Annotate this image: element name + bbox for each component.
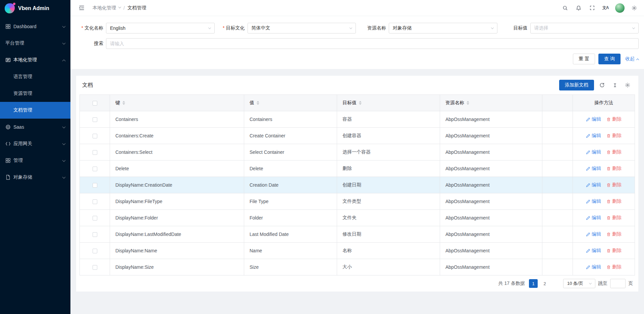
- chevron-down-icon: [632, 26, 635, 29]
- target-culture-select[interactable]: 简体中文: [248, 23, 356, 34]
- fullscreen-icon[interactable]: [586, 2, 598, 14]
- reset-button[interactable]: 重 置: [573, 54, 595, 64]
- cell-resource-name: AbpOssManagement: [440, 128, 542, 144]
- sidebar-item-object-storage[interactable]: 对象存储: [0, 169, 70, 186]
- sidebar-item-platform[interactable]: 平台管理: [0, 35, 70, 52]
- refresh-icon[interactable]: [597, 80, 607, 90]
- delete-link[interactable]: 删除: [606, 166, 622, 172]
- gear-icon[interactable]: [629, 2, 640, 14]
- target-value-label: 目标值: [500, 25, 530, 31]
- sidebar-item-saas[interactable]: Saas: [0, 119, 70, 135]
- edit-link[interactable]: 编辑: [586, 133, 601, 139]
- edit-link[interactable]: 编辑: [586, 198, 601, 204]
- sidebar-item-resource-management[interactable]: 资源管理: [0, 85, 70, 102]
- cell-resource-name: AbpOssManagement: [440, 177, 542, 193]
- edit-link[interactable]: 编辑: [586, 215, 601, 221]
- sidebar-item-label: 本地化管理: [13, 57, 60, 63]
- avatar[interactable]: [615, 3, 625, 13]
- cell-actions: 编辑 删除: [573, 226, 635, 243]
- sidebar-item-dashboard[interactable]: Dashboard: [0, 18, 70, 35]
- delete-link[interactable]: 删除: [606, 182, 622, 188]
- table-row: DisplayName:FileType File Type 文件类型 AbpO…: [80, 193, 635, 210]
- filter-field-target-value: 目标值 请选择: [500, 23, 639, 34]
- row-checkbox[interactable]: [93, 167, 97, 171]
- sidebar-item-gateway[interactable]: 应用网关: [0, 135, 70, 152]
- search-icon[interactable]: [559, 2, 571, 14]
- search-label: 搜索: [76, 41, 106, 47]
- delete-link[interactable]: 删除: [606, 264, 622, 270]
- query-button[interactable]: 查 询: [598, 54, 621, 64]
- column-settings-gear-icon[interactable]: [623, 80, 632, 90]
- cell-value: Creation Date: [244, 177, 337, 193]
- logo[interactable]: Vben Admin: [0, 0, 70, 17]
- column-header-target-value[interactable]: 目标值: [337, 95, 440, 111]
- delete-link[interactable]: 删除: [606, 215, 622, 221]
- table-row: DisplayName:CreationDate Creation Date 创…: [80, 177, 635, 193]
- menu-fold-icon[interactable]: [76, 2, 87, 14]
- row-checkbox[interactable]: [93, 216, 97, 221]
- delete-link[interactable]: 删除: [606, 149, 622, 155]
- page-button-1[interactable]: 1: [529, 279, 538, 288]
- cell-target-value: 名称: [337, 243, 440, 259]
- delete-link[interactable]: 删除: [606, 116, 622, 122]
- edit-link[interactable]: 编辑: [586, 264, 601, 270]
- jump-page-input[interactable]: [610, 279, 626, 288]
- table-row: Containers:Select Select Container 选择一个容…: [80, 144, 635, 161]
- bell-icon[interactable]: [573, 2, 584, 14]
- delete-link[interactable]: 删除: [606, 231, 622, 237]
- row-checkbox[interactable]: [93, 249, 97, 253]
- sidebar-item-management[interactable]: 管理: [0, 152, 70, 169]
- row-checkbox[interactable]: [93, 134, 97, 138]
- next-page-button[interactable]: [552, 279, 560, 288]
- cell-key: DisplayName:Name: [110, 243, 244, 259]
- target-value-select[interactable]: 请选择: [530, 23, 639, 34]
- localization-icon: [5, 57, 11, 63]
- search-input[interactable]: [110, 41, 635, 46]
- search-input-wrapper: [106, 38, 639, 49]
- collapse-toggle[interactable]: 收起: [625, 56, 639, 62]
- row-checkbox[interactable]: [93, 265, 97, 270]
- page-button-2[interactable]: 2: [540, 279, 549, 288]
- table-title: 文档: [82, 82, 93, 89]
- page-size-select[interactable]: 10 条/页: [563, 279, 595, 288]
- resource-name-select[interactable]: 对象存储: [389, 23, 497, 34]
- column-header-value[interactable]: 值: [244, 95, 337, 111]
- row-checkbox[interactable]: [93, 183, 97, 188]
- trash-icon: [606, 216, 611, 220]
- management-icon: [5, 158, 11, 163]
- cell-spacer: [542, 210, 573, 226]
- cell-target-value: 文件夹: [337, 210, 440, 226]
- trash-icon: [606, 265, 611, 269]
- trash-icon: [606, 134, 611, 138]
- delete-link[interactable]: 删除: [606, 198, 622, 204]
- row-checkbox[interactable]: [93, 150, 97, 155]
- main-area: 本地化管理 / 文档管理 文A: [70, 0, 644, 314]
- column-header-resource-name[interactable]: 资源名称: [440, 95, 542, 111]
- edit-link[interactable]: 编辑: [586, 166, 601, 172]
- edit-link[interactable]: 编辑: [586, 116, 601, 122]
- cell-resource-name: AbpOssManagement: [440, 210, 542, 226]
- edit-link[interactable]: 编辑: [586, 149, 601, 155]
- edit-link[interactable]: 编辑: [586, 231, 601, 237]
- edit-link[interactable]: 编辑: [586, 182, 601, 188]
- delete-link[interactable]: 删除: [606, 133, 622, 139]
- translate-icon[interactable]: 文A: [600, 2, 611, 14]
- logo-icon: [5, 3, 15, 13]
- cell-value: Containers: [244, 111, 337, 128]
- column-header-key[interactable]: 键: [110, 95, 244, 111]
- breadcrumb-parent[interactable]: 本地化管理: [93, 5, 116, 11]
- sidebar-item-document-management[interactable]: 文档管理: [0, 102, 70, 119]
- sidebar-item-localization[interactable]: 本地化管理: [0, 52, 70, 68]
- row-height-icon[interactable]: [610, 80, 620, 90]
- edit-link[interactable]: 编辑: [586, 248, 601, 254]
- cell-target-value: 创建容器: [337, 128, 440, 144]
- sidebar-item-language-management[interactable]: 语言管理: [0, 68, 70, 85]
- row-checkbox[interactable]: [93, 199, 97, 204]
- delete-link[interactable]: 删除: [606, 248, 622, 254]
- cell-key: Containers:Create: [110, 128, 244, 144]
- culture-name-select[interactable]: English: [106, 23, 215, 34]
- add-document-button[interactable]: 添加新文档: [559, 80, 594, 90]
- row-checkbox[interactable]: [93, 232, 97, 237]
- select-all-checkbox[interactable]: [93, 101, 97, 106]
- row-checkbox[interactable]: [93, 117, 97, 122]
